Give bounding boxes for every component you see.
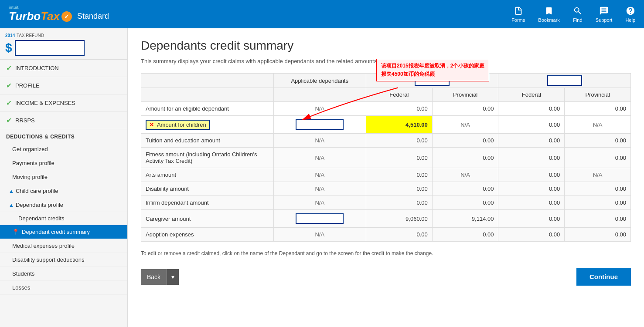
forms-button[interactable]: Forms [511,6,525,23]
fed2-cell: 0.00 [498,102,565,116]
edition-label: Standard [77,12,109,21]
prov2-cell-children: N/A [565,116,631,134]
check-icon: ✔ [6,116,12,125]
sidebar-item-label: Dependants profile [16,202,63,208]
sidebar-item-dependants-profile[interactable]: ▲ Dependants profile [0,198,127,212]
expand-icon: ▲ [9,202,14,208]
sidebar-item-profile[interactable]: ✔ PROFILE [0,77,127,94]
table-row-caregiver: Caregiver amount 9,060.00 9,114.00 0.00 … [141,210,631,228]
sidebar-item-label: PROFILE [15,82,40,89]
table-row: Amount for an eligible dependant N/A 0.0… [141,102,631,116]
credits-table: Applicable dependants Federal Provincial… [141,73,631,242]
sidebar-item-label: Child care profile [16,188,58,194]
sidebar-item-label: INTRODUCTION [15,65,59,71]
col-header-empty2 [141,88,274,102]
bookmark-button[interactable]: Bookmark [538,6,560,23]
prov1-cell: 0.00 [432,102,498,116]
fed2-cell-adoption: 0.00 [498,228,565,242]
col-header-prov1: Provincial [432,88,498,102]
applicable-input-children[interactable] [296,119,344,130]
content-area: 该项目2015报税年度被取消，2个小孩的家庭损失4500加币的免税额 Depen… [128,28,644,327]
find-button[interactable]: Find [573,6,583,23]
sidebar-item-losses[interactable]: Losses [0,281,127,295]
tax-year: 2014 [5,33,15,38]
intuit-label: intuit. [9,5,20,10]
applicable-cell: N/A [273,134,366,148]
page-description: This summary displays your credit claims… [141,58,631,64]
sidebar-item-introduction[interactable]: ✔ INTRODUCTION [0,60,127,77]
row-label: Disability amount [141,182,274,196]
row-label-children: ✕ Amount for children [141,116,274,134]
applicable-cell-caregiver [273,210,366,228]
prov2-cell: 0.00 [565,134,631,148]
refund-amount-row: $ [5,40,122,56]
back-button[interactable]: Back [141,269,167,285]
deductions-section-title: DEDUCTIONS & CREDITS [0,129,127,142]
fed2-cell: 0.00 [498,168,565,182]
turbo-text: Turbo [9,10,41,23]
fed1-cell: 0.00 [366,102,432,116]
prov2-cell-caregiver: 0.00 [565,210,631,228]
refund-amount-input[interactable] [15,40,85,56]
applicable-input-caregiver[interactable] [296,213,344,224]
sidebar-item-dependant-credits[interactable]: Dependant credits [0,212,127,225]
table-row: Arts amount N/A 0.00 N/A 0.00 N/A [141,168,631,182]
sidebar-item-students[interactable]: Students [0,267,127,281]
app-header: intuit. TurboTax ✓ Standard Forms Bookma… [0,0,644,28]
tax-text: Tax [41,10,60,23]
sidebar: 2014 TAX REFUND $ ✔ INTRODUCTION ✔ PROFI… [0,28,128,327]
row-label: Amount for an eligible dependant [141,102,274,116]
checkmark-badge: ✓ [61,11,72,22]
back-dropdown-button[interactable]: ▾ [167,269,179,285]
fed2-cell: 0.00 [498,196,565,210]
prov1-cell: N/A [432,168,498,182]
fed1-cell: 0.00 [366,182,432,196]
continue-button[interactable]: Continue [576,268,631,286]
find-label: Find [573,17,582,23]
fed1-cell-children: 4,510.00 [366,116,432,134]
table-row-adoption: Adoption expenses N/A 0.00 0.00 0.00 0.0… [141,228,631,242]
footer-buttons: Back ▾ Continue [141,263,631,286]
sidebar-item-get-organized[interactable]: Get organized [0,142,127,156]
boxed-header-1 [415,75,450,86]
fed1-cell: 0.00 [366,148,432,168]
sidebar-item-label: RRSPS [15,117,35,124]
prov1-cell-caregiver: 9,114.00 [432,210,498,228]
row-label: Infirm dependant amount [141,196,274,210]
fed2-cell: 0.00 [498,148,565,168]
sidebar-item-payments-profile[interactable]: Payments profile [0,156,127,170]
prov2-cell: 0.00 [565,148,631,168]
forms-label: Forms [511,17,525,23]
sidebar-item-dependant-credit-summary[interactable]: 📍 Dependant credit summary [0,225,127,239]
header-icons: Forms Bookmark Find Support Help [511,6,635,23]
sidebar-item-medical-expenses[interactable]: Medical expenses profile [0,239,127,253]
sidebar-item-disability-support[interactable]: Disability support deductions [0,253,127,267]
row-label-adoption: Adoption expenses [141,228,274,242]
table-row-children: ✕ Amount for children 4,510.00 N/A 0.00 … [141,116,631,134]
applicable-cell: N/A [273,182,366,196]
col-header-prov2: Provincial [565,88,631,102]
prov1-cell: 0.00 [432,196,498,210]
prov2-cell: 0.00 [565,182,631,196]
row-label: Tuition and education amount [141,134,274,148]
sidebar-item-child-care-profile[interactable]: ▲ Child care profile [0,184,127,198]
prov2-cell-adoption: 0.00 [565,228,631,242]
col-header-fed1: Federal [366,88,432,102]
row-label: Arts amount [141,168,274,182]
check-icon: ✔ [6,64,12,72]
expand-icon: ▲ [9,188,14,194]
check-icon: ✔ [6,99,12,107]
fed2-cell-caregiver: 0.00 [498,210,565,228]
applicable-cell: N/A [273,168,366,182]
applicable-cell: N/A [273,196,366,210]
fed1-cell: 0.00 [366,168,432,182]
x-mark: ✕ [149,121,154,128]
sidebar-item-income-expenses[interactable]: ✔ INCOME & EXPENSES [0,94,127,112]
logo-area: intuit. TurboTax ✓ Standard [9,5,109,23]
support-button[interactable]: Support [596,6,613,23]
sidebar-item-rrsps[interactable]: ✔ RRSPS [0,112,127,129]
help-button[interactable]: Help [625,6,635,23]
sidebar-item-moving-profile[interactable]: Moving profile [0,170,127,184]
sidebar-item-label: Dependant credit summary [22,229,90,235]
fed2-cell-children: 0.00 [498,116,565,134]
